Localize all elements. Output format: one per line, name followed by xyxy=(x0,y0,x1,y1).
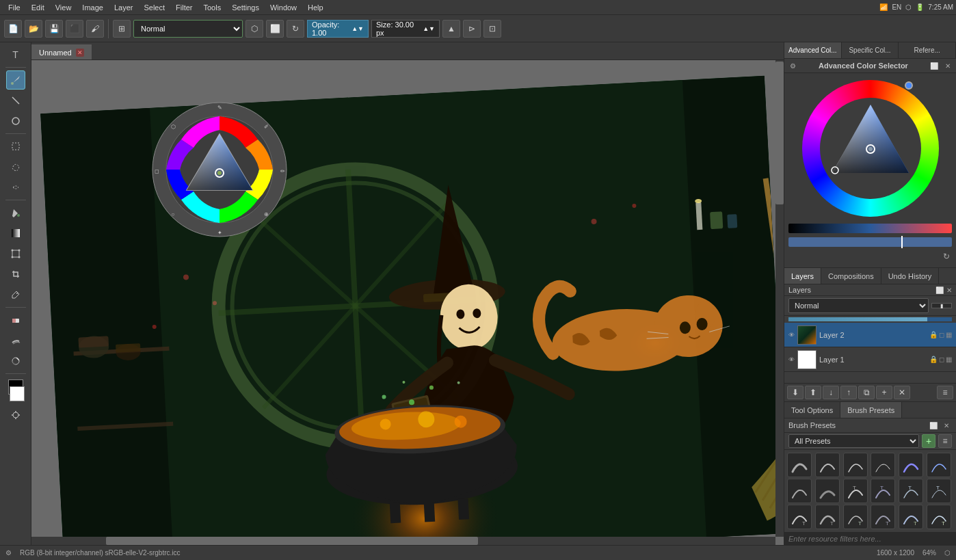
opacity-field[interactable]: Opacity: 1.00 ▲▼ xyxy=(307,20,369,38)
layers-expand-icon[interactable]: ⬜ xyxy=(935,286,944,294)
layer-alpha-icon-1[interactable]: ◻ xyxy=(939,356,944,363)
layer-copy-up-btn[interactable]: ⬆ xyxy=(805,386,821,399)
brush-preset-15[interactable]: T xyxy=(843,505,868,529)
brush-preset-14[interactable]: T xyxy=(815,505,840,529)
cs-settings-icon[interactable]: ⚙ xyxy=(787,60,798,71)
tab-brush-presets[interactable]: Brush Presets xyxy=(840,402,902,418)
brush-preset-3[interactable] xyxy=(843,453,868,477)
tool-clone[interactable] xyxy=(6,405,25,425)
menu-image[interactable]: Image xyxy=(77,0,109,14)
brush-preset-6[interactable] xyxy=(927,453,951,477)
blend-mode-dropdown[interactable]: Normal Multiply Screen Overlay xyxy=(133,20,243,38)
canvas-scroll-v[interactable] xyxy=(775,60,784,537)
mirror-btn[interactable]: ⊳ xyxy=(463,20,481,38)
tab-layers[interactable]: Layers xyxy=(784,268,821,284)
layer-opacity-indicator[interactable]: ▮ xyxy=(931,303,952,308)
layer-delete-btn[interactable]: ✕ xyxy=(894,386,910,399)
tool-smudge[interactable] xyxy=(6,331,25,350)
tab-reference[interactable]: Refere... xyxy=(899,42,956,58)
color-result-bar[interactable] xyxy=(788,237,952,247)
status-icon[interactable]: ⚙ xyxy=(5,549,12,557)
brush-filter-input[interactable] xyxy=(784,532,956,545)
cs-expand-icon[interactable]: ⬜ xyxy=(929,60,940,71)
layer-add-btn[interactable]: + xyxy=(876,386,892,399)
menu-edit[interactable]: Edit xyxy=(26,0,50,14)
tool-paint-bucket[interactable] xyxy=(6,203,25,222)
tab-compositions[interactable]: Compositions xyxy=(821,268,881,284)
layer-visibility-2[interactable]: 👁 xyxy=(788,332,795,338)
tool-freehand-brush[interactable] xyxy=(6,70,25,90)
menu-settings[interactable]: Settings xyxy=(226,0,265,14)
brush-preset-1[interactable] xyxy=(787,453,812,477)
tab-close-btn[interactable]: ✕ xyxy=(76,49,84,57)
save-btn[interactable]: 💾 xyxy=(45,20,63,38)
canvas-viewport[interactable]: ✎ ✐ ✏ ⊕ ✦ ○ ◻ ⬡ xyxy=(31,60,784,545)
tab-undo-history[interactable]: Undo History xyxy=(881,268,940,284)
brush-preset-8[interactable] xyxy=(815,479,840,503)
tool-gradient[interactable] xyxy=(6,224,25,243)
brush-more-btn[interactable]: ≡ xyxy=(938,434,952,448)
layer-item-2[interactable]: 👁 Layer 2 🔒 ◻ ▦ xyxy=(784,323,956,347)
menu-tools[interactable]: Tools xyxy=(198,0,227,14)
brush-add-btn[interactable]: + xyxy=(922,434,935,448)
layer-lock-icon-2[interactable]: 🔒 xyxy=(929,331,938,338)
brush-preset-filter-select[interactable]: All Presets Inking Painting Texture xyxy=(788,434,919,448)
menu-filter[interactable]: Filter xyxy=(170,0,198,14)
flip-btn[interactable]: ⊡ xyxy=(483,20,501,38)
tab-tool-options[interactable]: Tool Options xyxy=(784,402,840,418)
menu-help[interactable]: Help xyxy=(302,0,329,14)
tool-crop[interactable] xyxy=(6,265,25,284)
size-stepper[interactable]: ▲▼ xyxy=(423,25,435,32)
document-tab[interactable]: Unnamed ✕ xyxy=(31,44,92,59)
background-color[interactable] xyxy=(10,386,25,401)
brush-preset-7[interactable] xyxy=(787,479,812,503)
tool-contiguous-select[interactable] xyxy=(6,178,25,197)
canvas-scroll-h[interactable] xyxy=(31,537,775,545)
export-btn[interactable]: ⬛ xyxy=(66,20,83,38)
layer-duplicate-btn[interactable]: ⧉ xyxy=(858,386,875,399)
cs-close-icon[interactable]: ✕ xyxy=(942,60,953,71)
grid-btn[interactable]: ⊞ xyxy=(113,20,131,38)
brush-close-icon[interactable]: ✕ xyxy=(941,420,952,431)
tool-eraser[interactable] xyxy=(6,310,25,330)
layer-move-down-btn[interactable]: ↓ xyxy=(823,386,839,399)
tool-dodge-burn[interactable] xyxy=(6,351,25,371)
menu-file[interactable]: File xyxy=(3,0,26,14)
hue-selector[interactable] xyxy=(905,81,913,90)
layer-item-1[interactable]: 👁 Layer 1 🔒 ◻ ▦ xyxy=(784,347,956,372)
hue-wheel-container[interactable] xyxy=(788,77,952,219)
layer-opacity-bar[interactable] xyxy=(788,317,952,321)
menu-window[interactable]: Window xyxy=(265,0,302,14)
tool-line[interactable] xyxy=(6,91,25,110)
brush-preset-9[interactable]: T xyxy=(843,479,868,503)
refresh-btn[interactable]: ↻ xyxy=(287,20,304,38)
layer-lock-icon-1[interactable]: 🔒 xyxy=(929,356,938,363)
tool-transform[interactable] xyxy=(6,244,25,263)
pressure-btn[interactable]: ▲ xyxy=(442,20,460,38)
brush-preset-5[interactable] xyxy=(899,453,923,477)
tool-color-picker[interactable] xyxy=(6,285,25,304)
menu-layer[interactable]: Layer xyxy=(109,0,139,14)
open-btn[interactable]: 📂 xyxy=(25,20,42,38)
layer-filter-icon-1[interactable]: ▦ xyxy=(946,356,952,363)
brush-preset-17[interactable]: T xyxy=(899,505,923,529)
menu-view[interactable]: View xyxy=(50,0,77,14)
menu-select[interactable]: Select xyxy=(138,0,170,14)
tool-freehand-select[interactable] xyxy=(6,157,25,176)
size-field[interactable]: Size: 30.00 px ▲▼ xyxy=(371,20,440,38)
brush-preset-11[interactable]: T xyxy=(899,479,923,503)
tool-rect-select[interactable] xyxy=(6,137,25,156)
tool-ellipse[interactable] xyxy=(6,111,25,131)
refresh-color-icon[interactable]: ↻ xyxy=(941,251,952,262)
tab-specific-color[interactable]: Specific Col... xyxy=(842,42,899,58)
opacity-stepper[interactable]: ▲▼ xyxy=(351,25,364,32)
layers-close-icon[interactable]: ✕ xyxy=(946,286,952,294)
brush-preset-12[interactable]: T xyxy=(927,479,951,503)
tool-text[interactable]: T xyxy=(6,45,25,64)
brush-expand-icon[interactable]: ⬜ xyxy=(928,420,939,431)
new-btn[interactable]: 📄 xyxy=(4,20,22,38)
brush-preset-10[interactable]: T xyxy=(871,479,895,503)
zoom-adjust-icon[interactable]: ⬡ xyxy=(944,549,951,557)
layer-alpha-icon-2[interactable]: ◻ xyxy=(939,331,944,338)
layer-visibility-1[interactable]: 👁 xyxy=(788,356,795,363)
